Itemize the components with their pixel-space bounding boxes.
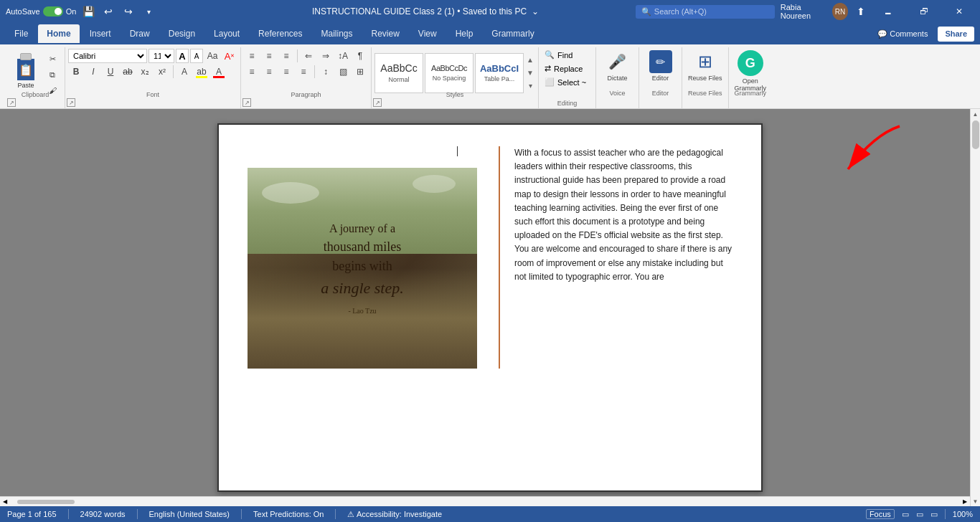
- align-center-button[interactable]: ≡: [261, 65, 277, 79]
- sort-button[interactable]: ↕A: [335, 49, 351, 63]
- clear-format-button[interactable]: A✕: [222, 49, 237, 63]
- scroll-left-arrow[interactable]: ◀: [0, 497, 10, 507]
- search-box[interactable]: 🔍: [636, 5, 775, 19]
- document-right-column[interactable]: With a focus to assist teacher who are t…: [507, 146, 732, 369]
- styles-scroll-up[interactable]: ▲: [525, 54, 535, 67]
- h-scroll-thumb[interactable]: [17, 500, 75, 504]
- clipboard-expander[interactable]: ↗: [7, 98, 16, 107]
- styles-group: AaBbCc Normal AaBbCcDc No Spacing AaBbCc…: [372, 47, 539, 108]
- tab-view[interactable]: View: [410, 24, 446, 43]
- multilevel-button[interactable]: ≡: [278, 49, 294, 63]
- accessibility[interactable]: ⚠ Accessibility: Investigate: [347, 510, 442, 519]
- tab-layout[interactable]: Layout: [205, 24, 248, 43]
- minimize-button[interactable]: 🗕: [874, 0, 904, 23]
- bold-button[interactable]: B: [68, 65, 84, 79]
- grammarly-group[interactable]: G Open Grammarly Grammarly: [729, 47, 773, 108]
- align-right-button[interactable]: ≡: [278, 65, 294, 79]
- shrink-font-button[interactable]: A: [190, 49, 203, 63]
- share-button[interactable]: Share: [938, 27, 974, 42]
- justify-button[interactable]: ≡: [296, 65, 311, 79]
- tab-review[interactable]: Review: [363, 24, 408, 43]
- autosave-toggle[interactable]: AutoSave On: [6, 6, 76, 16]
- increase-indent-button[interactable]: ⇒: [318, 49, 334, 63]
- vertical-scrollbar[interactable]: ▲ ▼: [970, 109, 980, 506]
- horizontal-scrollbar[interactable]: ◀ ▶: [0, 496, 970, 506]
- numbering-button[interactable]: ≡: [261, 49, 277, 63]
- style-no-spacing[interactable]: AaBbCcDc No Spacing: [425, 53, 473, 93]
- underline-button[interactable]: U: [103, 65, 118, 79]
- layout-icon-2[interactable]: ▭: [916, 510, 923, 519]
- quote-line-2: thousand miles: [321, 237, 404, 257]
- find-button[interactable]: 🔍 Find: [542, 49, 593, 61]
- strikethrough-button[interactable]: ab: [120, 65, 136, 79]
- styles-scroll-more[interactable]: ▾: [525, 80, 535, 92]
- scroll-right-arrow[interactable]: ▶: [960, 497, 970, 507]
- select-button[interactable]: ⬜ Select ~: [542, 76, 593, 88]
- superscript-button[interactable]: x²: [154, 65, 170, 79]
- redo-icon[interactable]: ↪: [121, 4, 136, 19]
- style-heading[interactable]: AaBbCcI Table Pa...: [475, 53, 524, 93]
- document-inner: A journey of a thousand miles begins wit…: [219, 125, 761, 390]
- styles-expander[interactable]: ↗: [373, 98, 382, 107]
- font-name-select[interactable]: Calibri: [68, 49, 147, 63]
- highlight-button[interactable]: ab: [194, 65, 209, 79]
- avatar[interactable]: RN: [832, 3, 848, 20]
- change-case-button[interactable]: Aa: [204, 49, 220, 63]
- tab-references[interactable]: References: [250, 24, 311, 43]
- tab-insert[interactable]: Insert: [81, 24, 120, 43]
- style-normal[interactable]: AaBbCc Normal: [374, 53, 423, 93]
- save-icon[interactable]: 💾: [80, 4, 96, 19]
- layout-icon-1[interactable]: ▭: [902, 510, 909, 519]
- borders-button[interactable]: ⊞: [352, 65, 368, 79]
- shading-button[interactable]: ▧: [335, 65, 351, 79]
- share-icon[interactable]: ⬆: [854, 4, 868, 19]
- editor-group[interactable]: ✏ Editor Editor: [639, 47, 682, 108]
- decrease-indent-button[interactable]: ⇐: [301, 49, 316, 63]
- tab-draw[interactable]: Draw: [121, 24, 159, 43]
- grow-font-button[interactable]: A: [176, 49, 189, 63]
- quick-access-dropdown[interactable]: ▾: [141, 4, 156, 19]
- scroll-thumb[interactable]: [972, 120, 979, 149]
- document-body-text[interactable]: With a focus to assist teacher who are t…: [514, 146, 732, 284]
- paste-button[interactable]: 📋 Paste: [10, 49, 42, 90]
- line-spacing-button[interactable]: ↕: [318, 65, 334, 79]
- tab-grammarly[interactable]: Grammarly: [483, 24, 542, 43]
- search-input[interactable]: [654, 7, 769, 16]
- autosave-switch[interactable]: [43, 6, 63, 16]
- comments-button[interactable]: 💬 Comments: [870, 27, 935, 42]
- voice-group[interactable]: 🎤 Dictate Voice: [596, 47, 639, 108]
- scroll-up-arrow[interactable]: ▲: [971, 109, 980, 119]
- tab-file[interactable]: File: [6, 24, 37, 43]
- styles-scroll[interactable]: ▲ ▼ ▾: [525, 54, 535, 92]
- title-dropdown-icon[interactable]: ⌄: [532, 6, 539, 16]
- undo-icon[interactable]: ↩: [100, 4, 116, 19]
- restore-button[interactable]: 🗗: [909, 0, 939, 23]
- paragraph-expander[interactable]: ↗: [242, 98, 251, 107]
- close-button[interactable]: ✕: [945, 0, 975, 23]
- focus-button[interactable]: Focus: [866, 509, 895, 519]
- scroll-down-arrow[interactable]: ▼: [971, 496, 980, 506]
- word-count: 24902 words: [80, 510, 126, 518]
- style-normal-preview: AaBbCc: [380, 62, 417, 75]
- font-color-button[interactable]: A: [211, 65, 227, 79]
- layout-icon-3[interactable]: ▭: [930, 510, 938, 519]
- tab-mailings[interactable]: Mailings: [312, 24, 361, 43]
- cut-button[interactable]: ✂: [44, 52, 60, 66]
- subscript-button[interactable]: x₂: [137, 65, 153, 79]
- styles-scroll-down[interactable]: ▼: [525, 67, 535, 80]
- replace-button[interactable]: ⇄ Replace: [542, 62, 593, 75]
- italic-button[interactable]: I: [85, 65, 101, 79]
- tab-home[interactable]: Home: [38, 24, 79, 43]
- reuse-icon: ⊞: [694, 50, 717, 73]
- copy-button[interactable]: ⧉: [44, 67, 60, 82]
- font-size-select[interactable]: 11: [149, 49, 174, 63]
- bullets-button[interactable]: ≡: [244, 49, 260, 63]
- font-expander[interactable]: ↗: [67, 98, 75, 107]
- dictate-label: Dictate: [607, 75, 627, 82]
- text-effects-button[interactable]: A: [176, 65, 192, 79]
- align-left-button[interactable]: ≡: [244, 65, 260, 79]
- tab-design[interactable]: Design: [160, 24, 204, 43]
- show-marks-button[interactable]: ¶: [352, 49, 368, 63]
- tab-help[interactable]: Help: [447, 24, 482, 43]
- reuse-files-group[interactable]: ⊞ Reuse Files Reuse Files: [682, 47, 729, 108]
